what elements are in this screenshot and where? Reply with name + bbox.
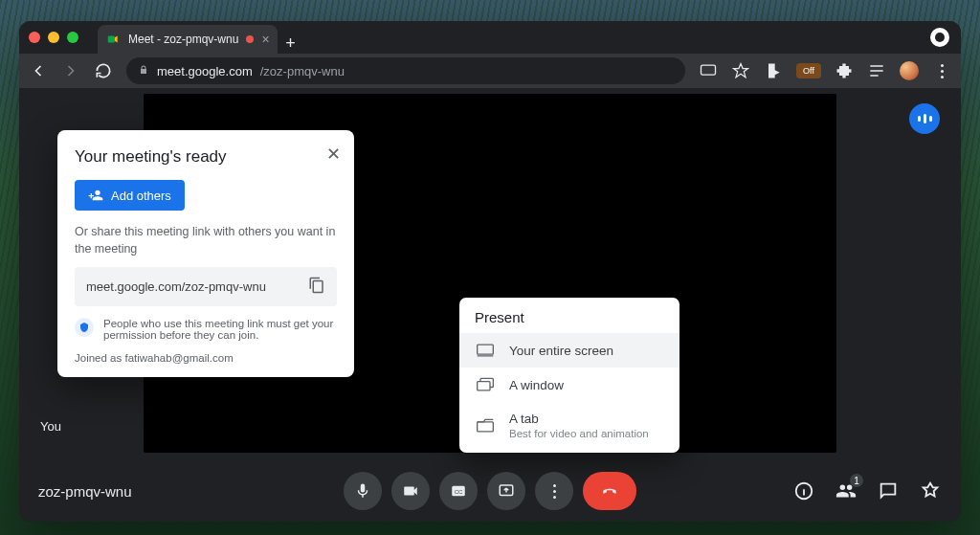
participants-count-badge: 1 — [850, 474, 863, 487]
meet-actions-right: 1 — [792, 479, 942, 502]
reload-icon[interactable] — [94, 61, 113, 80]
self-audio-indicator-icon[interactable] — [909, 103, 940, 134]
present-option-subtext: Best for video and animation — [509, 428, 649, 439]
meeting-details-button[interactable] — [792, 479, 815, 502]
meet-app: You ✕ Your meeting's ready Add others Or… — [19, 88, 961, 522]
call-controls: CC — [344, 472, 636, 510]
present-option-entire-screen[interactable]: Your entire screen — [459, 333, 679, 368]
window-zoom-icon[interactable] — [67, 32, 78, 43]
window-traffic-lights — [29, 32, 78, 43]
toggle-captions-button[interactable]: CC — [439, 472, 478, 510]
joined-as-prefix: Joined as — [75, 352, 124, 364]
svg-rect-5 — [478, 421, 494, 431]
titlebar: Meet - zoz-pmqv-wnu × + — [19, 21, 961, 54]
svg-rect-2 — [478, 345, 494, 354]
recording-indicator-icon — [246, 35, 254, 43]
meeting-link-text: meet.google.com/zoz-pmqv-wnu — [86, 279, 266, 294]
ready-title: Your meeting's ready — [75, 147, 337, 167]
extension-icon[interactable] — [764, 61, 783, 80]
joined-as-email: fatiwahab@gmail.com — [124, 352, 233, 364]
meeting-link-row: meet.google.com/zoz-pmqv-wnu — [75, 267, 337, 306]
add-others-button[interactable]: Add others — [75, 180, 185, 211]
svg-rect-1 — [702, 65, 716, 75]
share-instructions: Or share this meeting link with others y… — [75, 224, 337, 257]
leave-call-button[interactable] — [583, 472, 636, 510]
participants-button[interactable]: 1 — [835, 479, 858, 502]
activities-button[interactable] — [919, 479, 942, 502]
present-option-window[interactable]: A window — [459, 368, 679, 402]
copy-icon — [308, 277, 325, 294]
bookmark-star-icon[interactable] — [731, 61, 750, 80]
toggle-camera-button[interactable] — [391, 472, 430, 510]
url-path: /zoz-pmqv-wnu — [260, 64, 345, 78]
tab-icon — [475, 418, 496, 434]
present-option-label: A tab — [509, 412, 649, 426]
present-button[interactable] — [487, 472, 525, 510]
present-option-tab[interactable]: A tab Best for video and animation — [459, 402, 679, 449]
reading-list-icon[interactable] — [867, 61, 886, 80]
self-name-label: You — [40, 419, 61, 434]
browser-tab[interactable]: Meet - zoz-pmqv-wnu × — [98, 25, 278, 54]
permission-note-row: People who use this meeting link must ge… — [75, 318, 337, 341]
tab-title: Meet - zoz-pmqv-wnu — [128, 33, 238, 46]
extensions-puzzle-icon[interactable] — [835, 61, 854, 80]
meeting-ready-card: ✕ Your meeting's ready Add others Or sha… — [57, 130, 354, 377]
chat-button[interactable] — [877, 479, 900, 502]
lock-icon — [138, 64, 149, 78]
add-others-label: Add others — [111, 189, 171, 203]
window-minimize-icon[interactable] — [48, 32, 59, 43]
svg-text:CC: CC — [455, 489, 463, 495]
present-title: Present — [459, 307, 679, 333]
profile-avatar[interactable] — [900, 61, 919, 80]
copy-link-button[interactable] — [308, 277, 325, 297]
close-icon[interactable]: ✕ — [326, 144, 341, 165]
tab-close-icon[interactable]: × — [261, 33, 269, 46]
new-tab-button[interactable]: + — [278, 33, 304, 54]
url-host: meet.google.com — [157, 64, 253, 78]
nav-back-icon[interactable] — [29, 61, 48, 80]
toolbar: meet.google.com/zoz-pmqv-wnu Off — [19, 54, 961, 88]
meet-bottom-bar: zoz-pmqv-wnu CC 1 — [19, 460, 961, 522]
svg-rect-4 — [478, 382, 490, 390]
toggle-mic-button[interactable] — [344, 472, 382, 510]
nav-forward-icon[interactable] — [61, 61, 80, 80]
window-icon — [475, 377, 496, 392]
svg-rect-0 — [108, 36, 115, 43]
incognito-or-profile-icon[interactable] — [930, 28, 949, 47]
permission-note: People who use this meeting link must ge… — [103, 318, 337, 341]
toolbar-right: Off — [699, 61, 951, 80]
present-menu: Present Your entire screen A window A ta… — [459, 298, 679, 453]
extension-off-badge[interactable]: Off — [796, 63, 821, 78]
more-options-button[interactable] — [535, 472, 573, 510]
monitor-icon — [475, 343, 496, 358]
present-option-label: Your entire screen — [509, 344, 613, 358]
browser-menu-icon[interactable] — [932, 61, 951, 80]
meet-favicon-icon — [105, 32, 121, 47]
address-bar[interactable]: meet.google.com/zoz-pmqv-wnu — [126, 57, 685, 84]
tab-strip: Meet - zoz-pmqv-wnu × + — [98, 21, 923, 54]
joined-as: Joined as fatiwahab@gmail.com — [75, 352, 337, 364]
cast-icon[interactable] — [699, 61, 718, 80]
shield-icon — [75, 318, 94, 337]
window-close-icon[interactable] — [29, 32, 40, 43]
meeting-code: zoz-pmqv-wnu — [38, 483, 132, 500]
browser-window: Meet - zoz-pmqv-wnu × + meet.google.com/… — [19, 21, 961, 522]
person-add-icon — [88, 188, 103, 203]
present-option-label: A window — [509, 378, 564, 392]
